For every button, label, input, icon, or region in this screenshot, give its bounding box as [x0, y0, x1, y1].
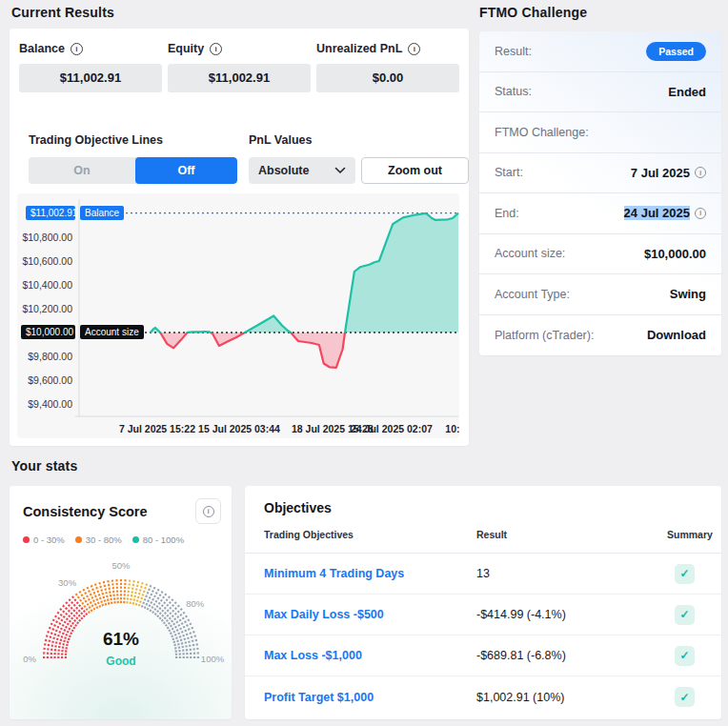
gauge-score-value: 61% — [15, 629, 227, 650]
gauge-axis-label: 30% — [58, 577, 77, 588]
current-results-heading: Current Results — [11, 5, 114, 20]
pnl-values-dropdown[interactable]: Absolute — [249, 157, 355, 184]
equity-info-icon[interactable]: i — [210, 43, 222, 55]
y-axis-label: $10,400.00 — [17, 279, 72, 291]
objective-link[interactable]: Max Daily Loss -$500 — [264, 608, 476, 621]
check-icon: ✓ — [675, 687, 695, 707]
objective-row-max-loss: Max Loss -$1,000 -$689.81 (-6.8%) ✓ — [245, 635, 721, 676]
objectives-card: Objectives Trading Objectives Result Sum… — [245, 486, 721, 719]
objective-row-profit-target: Profit Target $1,000 $1,002.91 (10%) ✓ — [245, 676, 721, 717]
pnl-values-selected: Absolute — [258, 164, 309, 177]
trading-objective-lines-label: Trading Objective Lines — [29, 133, 163, 147]
x-axis-label: 7 Jul 2025 15:22 — [119, 423, 195, 434]
unrealized-pnl-field: Unrealized PnLi $0.00 — [316, 42, 459, 92]
account-size-value: $10,000.00 — [644, 247, 706, 261]
objective-result: -$689.81 (-6.8%) — [476, 649, 667, 662]
unrealized-pnl-label: Unrealized PnL — [316, 42, 402, 55]
unrealized-pnl-value: $0.00 — [316, 64, 459, 92]
challenge-type-label: FTMO Challenge: — [495, 126, 589, 139]
account-size-label: Account size: — [495, 247, 565, 260]
objective-link[interactable]: Max Loss -$1,000 — [264, 649, 476, 662]
zoom-out-button[interactable]: Zoom out — [361, 157, 469, 184]
objectives-header-row: Trading Objectives Result Summary — [245, 515, 721, 554]
platform-download-link[interactable]: Download — [647, 328, 706, 342]
y-axis-label: $10,800.00 — [17, 232, 72, 243]
chevron-down-icon — [334, 167, 346, 174]
status-value: Ended — [668, 85, 706, 99]
toggle-on-option[interactable]: On — [29, 157, 135, 184]
balance-chart[interactable]: $11,002.91 Balance $10,000.00 Account si… — [17, 193, 459, 438]
check-icon: ✓ — [675, 564, 695, 584]
gauge-axis-label: 50% — [111, 560, 131, 571]
challenge-summary-card: Result: Passed Status: Ended FTMO Challe… — [479, 31, 721, 355]
account-type-value: Swing — [670, 287, 706, 301]
equity-field: Equityi $11,002.91 — [168, 42, 311, 92]
equity-value: $11,002.91 — [168, 64, 311, 92]
objective-link[interactable]: Profit Target $1,000 — [264, 691, 476, 704]
toggle-off-option[interactable]: Off — [135, 157, 237, 184]
objective-lines-toggle[interactable]: On Off — [29, 157, 237, 184]
gauge-rating: Good — [15, 655, 227, 668]
start-label: Start: — [495, 166, 523, 179]
balance-info-icon[interactable]: i — [71, 43, 83, 55]
objective-row-min-trading-days: Minimum 4 Trading Days 13 ✓ — [245, 554, 721, 595]
challenge-type-row: FTMO Challenge: — [479, 112, 721, 153]
objectives-title: Objectives — [245, 486, 721, 515]
x-axis-label: 24 Jul 2025 02:07 — [351, 423, 433, 434]
pnl-values-label: PnL Values — [249, 133, 312, 147]
end-row: End: 24 Jul 2025i — [479, 193, 721, 234]
platform-row: Platform (cTrader): Download — [479, 315, 721, 356]
start-value: 7 Jul 2025 — [631, 166, 690, 180]
current-results-card: Balancei $11,002.91 Equityi $11,002.91 U… — [10, 29, 469, 446]
y-axis-label: $9,600.00 — [17, 374, 72, 386]
balance-chart-svg — [17, 193, 459, 438]
status-row: Status: Ended — [479, 72, 721, 113]
consistency-score-card: Consistency Score i 0 - 30% 30 - 80% 80 … — [10, 486, 232, 719]
x-axis-label: 15 Jul 2025 03:44 — [198, 423, 280, 434]
start-info-icon[interactable]: i — [695, 167, 706, 178]
end-value: 24 Jul 2025 — [624, 206, 690, 220]
gauge-svg: 0%30%50%80%100% — [15, 538, 227, 710]
equity-label: Equity — [168, 42, 204, 55]
ftmo-challenge-heading: FTMO Challenge — [479, 5, 587, 20]
account-type-row: Account Type: Swing — [479, 274, 721, 315]
objective-link[interactable]: Minimum 4 Trading Days — [264, 567, 476, 580]
check-icon: ✓ — [675, 646, 695, 666]
col-trading-objectives: Trading Objectives — [264, 529, 476, 540]
info-icon: i — [203, 506, 214, 517]
balance-value: $11,002.91 — [19, 64, 162, 92]
objective-result: -$414.99 (-4.1%) — [476, 608, 667, 621]
end-label: End: — [495, 207, 519, 220]
ftmo-dashboard: Current Results Balancei $11,002.91 Equi… — [0, 0, 728, 726]
passed-badge: Passed — [646, 42, 706, 61]
y-axis-label: $9,400.00 — [17, 398, 72, 410]
gauge-axis-label: 80% — [186, 598, 205, 609]
account-size-row: Account size: $10,000.00 — [479, 234, 721, 275]
col-summary: Summary — [667, 529, 713, 540]
your-stats-heading: Your stats — [11, 458, 77, 474]
y-axis-label: $10,600.00 — [17, 255, 72, 267]
consistency-info-button[interactable]: i — [195, 498, 221, 524]
check-icon: ✓ — [675, 605, 695, 625]
account-type-label: Account Type: — [495, 288, 570, 301]
account-fields: Balancei $11,002.91 Equityi $11,002.91 U… — [10, 29, 469, 92]
result-row: Result: Passed — [479, 31, 721, 72]
objective-row-max-daily-loss: Max Daily Loss -$500 -$414.99 (-4.1%) ✓ — [245, 595, 721, 635]
objective-result: 13 — [476, 567, 667, 580]
y-axis-label: $10,200.00 — [17, 303, 72, 314]
result-label: Result: — [495, 45, 532, 58]
consistency-score-title: Consistency Score — [23, 504, 148, 519]
account-size-axis-badge: $10,000.00 — [21, 325, 75, 339]
status-label: Status: — [495, 85, 532, 98]
balance-field: Balancei $11,002.91 — [19, 42, 162, 92]
x-axis-label: 10:3 — [445, 423, 459, 434]
balance-axis-badge: $11,002.91 — [26, 206, 75, 220]
start-row: Start: 7 Jul 2025i — [479, 153, 721, 194]
platform-label: Platform (cTrader): — [495, 329, 594, 342]
y-axis-label: $9,800.00 — [17, 351, 72, 362]
end-info-icon[interactable]: i — [695, 208, 706, 219]
unrealized-pnl-info-icon[interactable]: i — [408, 43, 420, 55]
balance-line-label: Balance — [80, 206, 124, 220]
consistency-gauge: 0%30%50%80%100% 61% Good — [15, 538, 227, 710]
account-size-line-label: Account size — [80, 325, 144, 339]
